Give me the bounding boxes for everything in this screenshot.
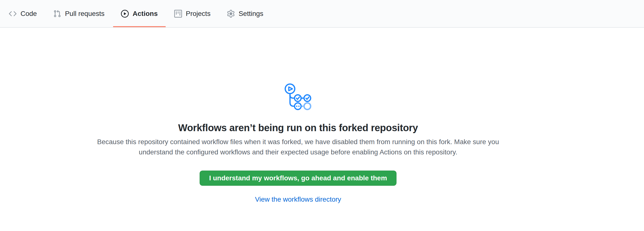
tab-code[interactable]: Code	[1, 0, 45, 27]
gear-icon	[227, 10, 235, 18]
tab-pull-requests[interactable]: Pull requests	[46, 0, 112, 27]
actions-disabled-blankslate: Workflows aren’t being run on this forke…	[0, 28, 596, 203]
blankslate-description: Because this repository contained workfl…	[96, 137, 500, 157]
workflow-graph-icon	[284, 83, 312, 110]
project-icon	[174, 10, 182, 18]
tab-settings[interactable]: Settings	[219, 0, 271, 27]
tab-actions[interactable]: Actions	[113, 0, 166, 27]
link-row: View the workflows directory	[0, 195, 596, 203]
tab-label: Pull requests	[65, 10, 104, 17]
play-circle-icon	[121, 10, 129, 18]
tab-label: Settings	[239, 10, 263, 17]
repo-underline-nav: Code Pull requests Actions Projects Sett…	[0, 0, 644, 28]
view-workflows-directory-link[interactable]: View the workflows directory	[255, 195, 341, 203]
tab-projects[interactable]: Projects	[166, 0, 218, 27]
tab-label: Actions	[133, 10, 158, 17]
enable-workflows-button[interactable]: I understand my workflows, go ahead and …	[200, 170, 396, 186]
tab-label: Projects	[186, 10, 210, 17]
blankslate-heading: Workflows aren’t being run on this forke…	[0, 122, 596, 133]
tab-label: Code	[20, 10, 37, 17]
main-content: Workflows aren’t being run on this forke…	[0, 28, 596, 203]
code-icon	[9, 10, 16, 18]
git-pull-request-icon	[53, 10, 61, 18]
